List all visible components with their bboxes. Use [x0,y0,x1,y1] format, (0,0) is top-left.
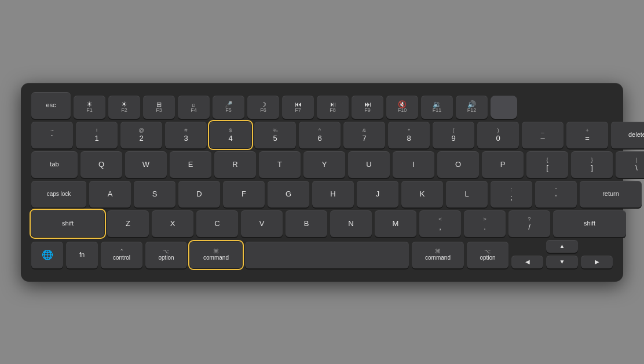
key-delete[interactable]: delete [611,122,644,148]
key-f10[interactable]: 🔇 F10 [386,96,418,119]
key-f11[interactable]: 🔉 F11 [421,96,453,119]
key-f[interactable]: F [223,181,265,208]
key-arrow-up[interactable]: ▲ [546,240,578,253]
key-command-left[interactable]: ⌘ command [190,242,242,268]
key-option-right[interactable]: ⌥ option [467,242,508,268]
key-2[interactable]: @ 2 [120,122,162,148]
key-r[interactable]: R [214,151,256,178]
key-h[interactable]: H [312,181,354,208]
key-tab[interactable]: tab [31,151,78,178]
key-command-right[interactable]: ⌘ command [412,242,464,268]
key-p[interactable]: P [482,151,524,178]
key-space[interactable] [245,242,409,268]
qwerty-row: tab Q W E R T Y U I O P { [ } ] | \ [31,151,613,178]
key-z[interactable]: Z [107,210,149,237]
key-minus[interactable]: _ – [522,122,564,148]
key-shift-left[interactable]: shift [31,210,104,237]
key-w[interactable]: W [125,151,167,178]
key-x[interactable]: X [152,210,193,237]
key-7[interactable]: & 7 [343,122,385,148]
key-n[interactable]: N [330,210,372,237]
key-control[interactable]: ⌃ control [101,242,142,268]
key-l[interactable]: L [446,181,488,208]
fn-row: esc ☀ F1 ☀ F2 ⊞ F3 ⌕ F4 🎤 F5 ☽ F6 ⏮ F7 [31,92,613,119]
key-arrow-down[interactable]: ▼ [546,256,578,268]
key-lbracket[interactable]: { [ [526,151,568,178]
asdf-row: caps lock A S D F G H J K L : ; " ' retu… [31,181,613,208]
key-return[interactable]: return [580,181,642,208]
key-j[interactable]: J [357,181,398,208]
key-comma[interactable]: < , [419,210,461,237]
key-5[interactable]: % 5 [254,122,296,148]
key-f2[interactable]: ☀ F2 [108,96,140,119]
key-fn[interactable]: fn [66,242,98,268]
key-f3[interactable]: ⊞ F3 [143,96,175,119]
keyboard: esc ☀ F1 ☀ F2 ⊞ F3 ⌕ F4 🎤 F5 ☽ F6 ⏮ F7 [21,83,623,282]
key-v[interactable]: V [241,210,283,237]
key-k[interactable]: K [401,181,443,208]
key-a[interactable]: A [89,181,131,208]
key-9[interactable]: ( 9 [433,122,474,148]
key-1[interactable]: ! 1 [76,122,118,148]
key-esc[interactable]: esc [31,92,71,119]
key-d[interactable]: D [178,181,220,208]
number-row: ~ ` ! 1 @ 2 # 3 $ 4 % 5 ^ 6 & 7 [31,122,613,148]
key-4[interactable]: $ 4 [210,122,251,148]
key-globe[interactable]: 🌐 [31,242,63,268]
key-f12[interactable]: 🔊 F12 [456,96,488,119]
key-arrow-left[interactable]: ◀ [511,256,543,268]
key-caps-lock[interactable]: caps lock [31,181,86,208]
key-backslash[interactable]: | \ [616,151,644,178]
key-equals[interactable]: + = [566,122,608,148]
key-f1[interactable]: ☀ F1 [74,96,105,119]
key-f8[interactable]: ⏯ F8 [317,96,349,119]
key-o[interactable]: O [437,151,479,178]
key-f6[interactable]: ☽ F6 [247,96,279,119]
key-f4[interactable]: ⌕ F4 [178,96,210,119]
zxcv-row: shift Z X C V B N M < , > . ? / shift [31,210,613,237]
touch-id-key[interactable] [491,96,517,119]
key-arrow-right[interactable]: ▶ [581,256,613,268]
key-s[interactable]: S [134,181,175,208]
key-6[interactable]: ^ 6 [299,122,341,148]
key-c[interactable]: C [196,210,238,237]
key-slash[interactable]: ? / [508,210,550,237]
key-f9[interactable]: ⏭ F9 [352,96,383,119]
key-e[interactable]: E [170,151,211,178]
key-backtick[interactable]: ~ ` [31,122,73,148]
key-rbracket[interactable]: } ] [571,151,613,178]
key-option-left[interactable]: ⌥ option [145,242,187,268]
key-3[interactable]: # 3 [165,122,207,148]
key-0[interactable]: ) 0 [477,122,519,148]
key-b[interactable]: B [286,210,327,237]
key-f5[interactable]: 🎤 F5 [213,96,244,119]
key-i[interactable]: I [393,151,434,178]
arrow-cluster: ▲ ◀ ▼ ▶ [511,240,613,268]
key-t[interactable]: T [259,151,301,178]
key-f7[interactable]: ⏮ F7 [282,96,314,119]
key-8[interactable]: * 8 [388,122,430,148]
bottom-row: 🌐 fn ⌃ control ⌥ option ⌘ command ⌘ comm… [31,240,613,268]
key-q[interactable]: Q [80,151,122,178]
key-period[interactable]: > . [464,210,506,237]
key-semicolon[interactable]: : ; [491,181,532,208]
key-quote[interactable]: " ' [535,181,577,208]
key-u[interactable]: U [348,151,390,178]
key-m[interactable]: M [375,210,416,237]
key-g[interactable]: G [268,181,309,208]
key-y[interactable]: Y [303,151,345,178]
key-shift-right[interactable]: shift [553,210,626,237]
